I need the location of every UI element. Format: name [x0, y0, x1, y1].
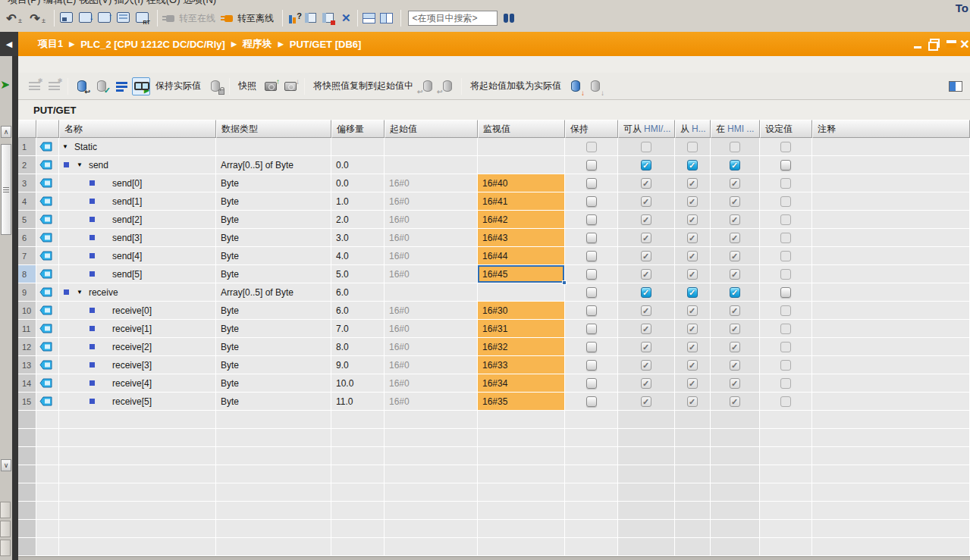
monitor-value-cell[interactable]: 16#32 — [478, 338, 565, 356]
comment-cell[interactable] — [812, 211, 970, 229]
checkbox-hmi-writable[interactable] — [687, 378, 698, 389]
row-number-cell[interactable]: 3 — [18, 174, 36, 192]
checkbox-hmi-visible[interactable] — [730, 142, 740, 152]
start-value-cell[interactable] — [385, 156, 478, 174]
data-type-cell[interactable]: Array[0..5] of Byte — [216, 156, 331, 174]
blank-header-cell[interactable] — [18, 120, 36, 138]
checkbox-hmi-visible[interactable] — [730, 342, 740, 352]
checkbox-hmi-writable[interactable] — [687, 160, 698, 171]
checkbox-retain[interactable] — [586, 287, 597, 298]
data-type-cell[interactable] — [216, 138, 331, 156]
maximize-button[interactable] — [943, 32, 959, 56]
checkbox-hmi-visible[interactable] — [730, 287, 740, 298]
name-cell[interactable]: ▼receive — [59, 283, 216, 302]
row-number-cell[interactable]: 14 — [18, 374, 36, 393]
checkbox-hmi-visible[interactable] — [730, 178, 740, 189]
checkbox-hmi-writable[interactable] — [687, 214, 698, 225]
compile-icon[interactable] — [58, 11, 75, 26]
start-value-cell[interactable] — [385, 138, 478, 156]
data-type-cell[interactable]: Byte — [216, 174, 331, 192]
comment-cell[interactable] — [812, 320, 970, 338]
offset-cell[interactable]: 8.0 — [331, 338, 385, 356]
column-header[interactable]: 设定值 — [760, 120, 812, 138]
monitor-value-cell[interactable]: 16#44 — [478, 247, 565, 265]
collapsed-tab[interactable] — [0, 540, 11, 556]
checkbox-hmi-visible[interactable] — [730, 360, 740, 371]
data-type-cell[interactable]: Byte — [216, 356, 331, 374]
collapsed-tab[interactable] — [0, 502, 11, 518]
checkbox-hmi-accessible[interactable] — [641, 342, 651, 352]
checkbox-hmi-visible[interactable] — [730, 269, 740, 280]
name-cell[interactable]: receive[2] — [59, 338, 216, 356]
checkbox-hmi-writable[interactable] — [687, 324, 698, 334]
checkbox-retain[interactable] — [586, 396, 597, 407]
comment-cell[interactable] — [812, 374, 970, 393]
start-value-cell[interactable]: 16#0 — [385, 211, 478, 229]
update-interface-icon[interactable]: ✓ — [93, 77, 111, 95]
comment-cell[interactable] — [812, 338, 970, 356]
row-number-cell[interactable]: 9 — [18, 283, 36, 302]
scrollbar-thumb[interactable] — [1, 144, 11, 235]
checkbox-hmi-accessible[interactable] — [641, 269, 651, 280]
db-lock-icon[interactable] — [206, 77, 224, 95]
monitor-value-cell[interactable]: 16#45 — [478, 265, 565, 283]
column-header[interactable]: 起始值 — [385, 120, 478, 138]
column-header[interactable]: 监视值 — [478, 120, 565, 138]
checkbox-hmi-accessible[interactable] — [641, 378, 651, 389]
load-start-as-actual-button[interactable]: 将起始值加载为实际值 — [470, 80, 561, 92]
search-input[interactable] — [408, 11, 498, 26]
scroll-down-button[interactable]: ∨ — [1, 459, 11, 471]
offset-cell[interactable]: 10.0 — [331, 374, 385, 393]
start-value-cell[interactable]: 16#0 — [385, 174, 478, 192]
reset-start-values-icon[interactable]: ↩ — [73, 77, 91, 95]
data-type-cell[interactable]: Byte — [216, 247, 331, 265]
close-button[interactable]: ✕ — [959, 32, 970, 56]
comment-cell[interactable] — [812, 247, 970, 265]
camera-up-icon[interactable]: ↑ — [262, 77, 280, 95]
checkbox-hmi-visible[interactable] — [730, 160, 740, 171]
comment-cell[interactable] — [812, 138, 970, 156]
column-header[interactable]: 注释 — [812, 120, 970, 138]
name-cell[interactable]: send[5] — [59, 265, 216, 283]
row-number-cell[interactable]: 4 — [18, 192, 36, 211]
checkbox-hmi-visible[interactable] — [730, 324, 740, 334]
start-runtime-icon[interactable]: RT — [134, 11, 151, 26]
collapsed-tab[interactable] — [0, 521, 11, 537]
checkbox-hmi-writable[interactable] — [687, 269, 698, 280]
show-device-icon[interactable] — [115, 11, 132, 26]
checkbox-retain[interactable] — [586, 214, 597, 225]
checkbox-setpoint[interactable] — [780, 178, 791, 189]
checkbox-retain[interactable] — [586, 324, 597, 334]
download-to-device-icon[interactable]: ↓ — [77, 11, 94, 26]
camera-down-icon[interactable]: ↓ — [281, 77, 300, 95]
offset-cell[interactable]: 1.0 — [331, 192, 385, 211]
column-header[interactable]: 名称 — [59, 120, 216, 138]
expanded-mode-icon[interactable] — [112, 77, 130, 95]
data-type-cell[interactable]: Byte — [216, 320, 331, 338]
checkbox-setpoint[interactable] — [780, 214, 791, 225]
name-cell[interactable]: receive[5] — [59, 393, 216, 411]
undo-dropdown-icon[interactable]: ± — [18, 17, 22, 24]
start-value-cell[interactable]: 16#0 — [385, 302, 478, 320]
offset-cell[interactable]: 3.0 — [331, 229, 385, 247]
checkbox-retain[interactable] — [586, 233, 597, 243]
breadcrumb-program-blocks[interactable]: 程序块 — [243, 37, 272, 51]
column-header[interactable]: 数据类型 — [216, 120, 331, 138]
comment-cell[interactable] — [812, 192, 970, 211]
start-value-cell[interactable]: 16#0 — [385, 393, 478, 411]
start-value-cell[interactable]: 16#0 — [385, 247, 478, 265]
checkbox-retain[interactable] — [586, 269, 597, 280]
split-vertical-icon[interactable] — [379, 11, 394, 25]
checkbox-setpoint[interactable] — [780, 142, 791, 152]
offset-cell[interactable]: 6.0 — [331, 283, 385, 302]
expand-arrow-icon[interactable]: ▼ — [77, 161, 83, 168]
data-type-cell[interactable]: Byte — [216, 211, 331, 229]
checkbox-setpoint[interactable] — [780, 378, 791, 389]
start-value-cell[interactable]: 16#0 — [385, 265, 478, 283]
checkbox-hmi-visible[interactable] — [730, 196, 740, 207]
redo-dropdown-icon[interactable]: ± — [42, 17, 46, 24]
name-cell[interactable]: send[4] — [59, 247, 216, 265]
name-cell[interactable]: send[2] — [59, 211, 216, 229]
monitor-value-cell[interactable]: 16#40 — [478, 174, 565, 192]
add-row-icon[interactable] — [45, 77, 63, 95]
